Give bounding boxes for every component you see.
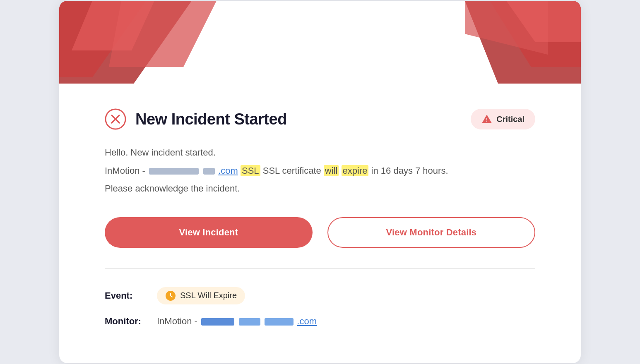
expire-highlight: expire [342, 165, 369, 176]
body-line-3: Please acknowledge the incident. [105, 181, 535, 196]
body-line-1: Hello. New incident started. [105, 145, 535, 160]
monitor-row: Monitor: InMotion - .com [105, 316, 535, 327]
event-badge: SSL Will Expire [157, 287, 245, 304]
event-label: Event: [105, 290, 150, 301]
ssl-highlight: SSL [241, 165, 260, 176]
critical-badge-label: Critical [496, 115, 525, 124]
view-incident-button[interactable]: View Incident [105, 217, 313, 248]
domain-link[interactable]: .com [218, 165, 238, 176]
svg-text:!: ! [486, 117, 488, 123]
redacted-monitor-1 [201, 318, 234, 326]
event-row: Event: SSL Will Expire [105, 287, 535, 304]
redacted-domain-2 [203, 168, 215, 175]
redacted-domain-1 [149, 168, 199, 175]
redacted-monitor-2 [239, 318, 260, 326]
body-line-2: InMotion - .com SSL SSL certificate will… [105, 163, 535, 178]
monitor-label: Monitor: [105, 316, 150, 327]
incident-title: New Incident Started [135, 110, 287, 128]
deco-top-right [465, 1, 581, 84]
buttons-row: View Incident View Monitor Details [105, 217, 535, 248]
circle-x-icon [105, 108, 126, 130]
clock-icon [165, 290, 176, 301]
deco-top-left [59, 1, 217, 84]
divider [105, 268, 535, 269]
view-monitor-button[interactable]: View Monitor Details [327, 217, 535, 248]
critical-badge: ! Critical [471, 109, 535, 129]
monitor-text: InMotion - .com [157, 316, 317, 327]
warning-triangle-icon: ! [481, 114, 492, 125]
body-text: Hello. New incident started. InMotion - … [105, 145, 535, 196]
redacted-monitor-3 [265, 318, 294, 326]
notification-card: New Incident Started ! Critical Hello. N… [59, 1, 581, 363]
will-highlight: will [324, 165, 339, 176]
title-row: New Incident Started ! Critical [105, 108, 535, 130]
event-value: SSL Will Expire [180, 291, 237, 300]
title-left: New Incident Started [105, 108, 287, 130]
monitor-domain-link[interactable]: .com [297, 316, 317, 326]
